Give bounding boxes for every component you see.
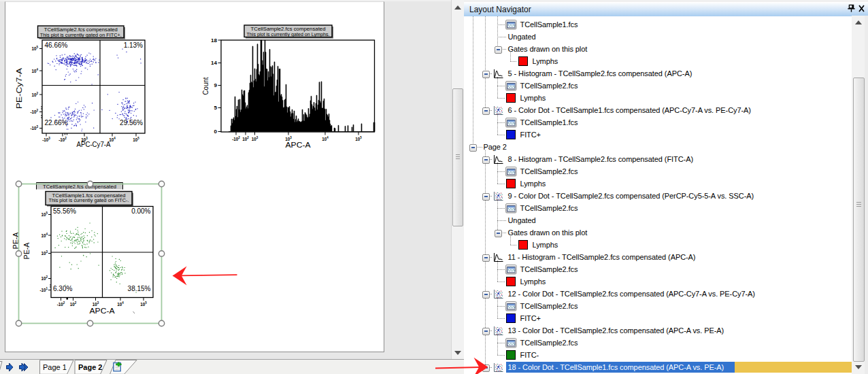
svg-text:104: 104: [41, 233, 48, 238]
svg-text:Count: Count: [201, 77, 210, 95]
svg-text:6.30%: 6.30%: [53, 285, 72, 292]
svg-text:104: 104: [31, 68, 38, 73]
svg-text:-102: -102: [30, 109, 38, 114]
svg-text:APC-Cy7-A: APC-Cy7-A: [77, 140, 111, 148]
svg-text:102: 102: [242, 136, 249, 141]
svg-text:This plot is currently gated o: This plot is currently gated on FITC-.: [49, 197, 129, 203]
svg-text:102: 102: [70, 301, 77, 307]
svg-text:103: 103: [252, 136, 258, 141]
svg-text:102: 102: [41, 275, 48, 281]
svg-text:0: 0: [214, 129, 218, 135]
svg-text:0.00%: 0.00%: [131, 207, 150, 215]
svg-text:This plot is currently gated o: This plot is currently gated on Lymphs.: [247, 31, 330, 37]
svg-text:This plot is currently gated o: This plot is currently gated on FITC+.: [40, 32, 122, 38]
svg-text:5: 5: [214, 105, 218, 111]
svg-text:105: 105: [140, 301, 147, 307]
svg-text:104: 104: [117, 301, 124, 307]
svg-text:14: 14: [211, 60, 217, 66]
svg-text:105: 105: [133, 137, 139, 142]
svg-text:-102: -102: [59, 137, 67, 142]
svg-text:103: 103: [93, 301, 99, 307]
svg-text:-102: -102: [57, 301, 65, 307]
svg-text:105: 105: [31, 46, 38, 51]
svg-text:-103: -103: [30, 125, 38, 131]
svg-text:104: 104: [322, 136, 329, 141]
svg-text:29.56%: 29.56%: [120, 119, 143, 126]
svg-text:APC-A: APC-A: [286, 141, 311, 149]
svg-text:-103: -103: [42, 137, 50, 142]
svg-text:105: 105: [355, 136, 362, 141]
svg-text:-102: -102: [232, 136, 240, 141]
svg-text:102: 102: [31, 92, 38, 97]
svg-text:103: 103: [41, 250, 48, 256]
svg-text:55.56%: 55.56%: [53, 207, 76, 215]
svg-text:1.13%: 1.13%: [124, 41, 143, 49]
svg-text:9: 9: [214, 82, 218, 88]
svg-text:PE-A: PE-A: [22, 243, 31, 260]
svg-text:105: 105: [41, 211, 48, 217]
svg-text:-101: -101: [39, 287, 48, 292]
svg-text:18: 18: [211, 37, 217, 44]
svg-text:APC-A: APC-A: [90, 307, 115, 315]
svg-text:46.66%: 46.66%: [45, 41, 68, 49]
svg-text:38.15%: 38.15%: [128, 285, 151, 292]
svg-text:22.66%: 22.66%: [45, 119, 68, 126]
svg-text:PE-Cy7-A: PE-Cy7-A: [15, 68, 23, 109]
